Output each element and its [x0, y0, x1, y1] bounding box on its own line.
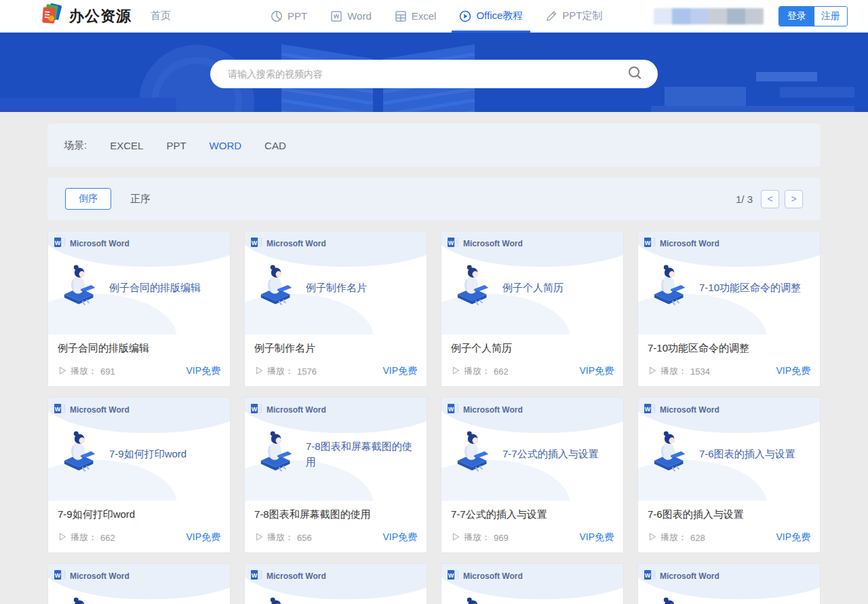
- thumbnail-badge: W Microsoft Word: [448, 569, 523, 583]
- nav-ppt-custom[interactable]: PPT定制: [534, 0, 614, 33]
- play-count: 播放：1576: [254, 365, 317, 377]
- play-count: 播放：691: [58, 365, 115, 377]
- search-input[interactable]: [228, 69, 623, 79]
- nav-ppt[interactable]: PPT: [259, 0, 319, 33]
- svg-text:W: W: [448, 406, 454, 413]
- video-card[interactable]: W Microsoft Word: [47, 397, 231, 553]
- video-card-grid: W Microsoft Word: [47, 231, 821, 604]
- thumbnail-badge-label: Microsoft Word: [267, 239, 326, 248]
- thumbnail-badge-label: Microsoft Word: [267, 571, 326, 581]
- video-card[interactable]: W Microsoft Word: [244, 397, 427, 553]
- auth-buttons: 登录 注册: [778, 6, 848, 26]
- video-thumbnail: W Microsoft Word: [638, 398, 820, 501]
- vip-free-badge: VIP免费: [382, 365, 417, 377]
- play-outline-icon: [58, 532, 67, 544]
- thumbnail-badge: W Microsoft Word: [54, 237, 130, 250]
- thumbnail-badge-label: Microsoft Word: [660, 239, 719, 248]
- login-button[interactable]: 登录: [779, 7, 814, 26]
- vip-free-badge: VIP免费: [579, 531, 614, 544]
- filter-ppt[interactable]: PPT: [166, 140, 186, 151]
- word-app-icon: W: [54, 237, 66, 250]
- word-app-icon: W: [54, 569, 66, 583]
- play-count: 播放：656: [254, 531, 312, 544]
- thumbnail-badge-label: Microsoft Word: [463, 571, 523, 581]
- word-app-icon: W: [448, 237, 459, 250]
- thumbnail-badge: W Microsoft Word: [644, 403, 719, 417]
- video-card[interactable]: W Microsoft Word: [441, 397, 624, 553]
- thumbnail-badge-label: Microsoft Word: [463, 405, 523, 415]
- filter-label: 场景:: [64, 139, 87, 152]
- blurred-region: [654, 8, 764, 24]
- thumbnail-badge: W Microsoft Word: [54, 403, 130, 417]
- play-outline-icon: [254, 366, 264, 377]
- video-thumbnail: W Microsoft Word: [245, 564, 427, 604]
- filter-excel[interactable]: EXCEL: [110, 140, 143, 151]
- video-thumbnail: W Microsoft Word: [441, 231, 623, 335]
- pagination: 1/ 3 < >: [736, 190, 803, 208]
- nav-home[interactable]: 首页: [151, 10, 171, 22]
- person-laptop-illustration: [650, 597, 692, 604]
- play-outline-icon: [648, 366, 657, 377]
- person-laptop-illustration: [257, 430, 299, 478]
- thumbnail-title: 例子个人简历: [502, 280, 564, 295]
- thumbnail-title: 7-7公式的插入与设置: [502, 446, 599, 461]
- sort-ascending-button[interactable]: 正序: [130, 193, 151, 206]
- video-card[interactable]: W Microsoft Word: [47, 563, 231, 604]
- video-card[interactable]: W Microsoft Word: [47, 231, 231, 387]
- thumbnail-title: 7-9如何打印word: [109, 446, 186, 461]
- play-circle-icon: [459, 10, 471, 22]
- video-card[interactable]: W Microsoft Word: [441, 563, 624, 604]
- word-app-icon: W: [251, 403, 262, 417]
- video-title: 例子个人简历: [451, 342, 614, 355]
- video-thumbnail: W Microsoft Word: [48, 564, 230, 604]
- video-card[interactable]: W Microsoft Word: [244, 231, 427, 387]
- person-laptop-illustration: [257, 264, 299, 312]
- vip-free-badge: VIP免费: [186, 365, 220, 377]
- thumbnail-badge: W Microsoft Word: [448, 403, 523, 417]
- video-card[interactable]: W Microsoft Word: [637, 397, 821, 553]
- vip-free-badge: VIP免费: [776, 365, 810, 377]
- nav-word[interactable]: Word: [319, 0, 383, 33]
- next-page-button[interactable]: >: [785, 190, 803, 208]
- video-thumbnail: W Microsoft Word: [638, 564, 820, 604]
- register-button[interactable]: 注册: [814, 7, 847, 26]
- thumbnail-title: 例子合同的排版编辑: [109, 280, 201, 295]
- video-title: 例子合同的排版编辑: [58, 342, 220, 355]
- svg-text:W: W: [55, 572, 61, 579]
- nav-excel[interactable]: Excel: [383, 0, 448, 33]
- video-card[interactable]: W Microsoft Word: [637, 231, 821, 387]
- nav-office-tutorials[interactable]: Office教程: [448, 0, 534, 33]
- thumbnail-title: 例子制作名片: [306, 280, 367, 295]
- play-count: 播放：628: [648, 531, 705, 544]
- video-card[interactable]: W Microsoft Word: [244, 563, 427, 604]
- hero-banner: [0, 33, 868, 112]
- page-indicator: 1/ 3: [736, 193, 753, 205]
- thumbnail-badge-label: Microsoft Word: [267, 405, 326, 415]
- logo-icon: [41, 3, 65, 29]
- filter-word[interactable]: WORD: [210, 140, 242, 151]
- prev-page-button[interactable]: <: [761, 190, 779, 208]
- play-count: 播放：662: [451, 365, 509, 377]
- thumbnail-badge-label: Microsoft Word: [660, 571, 719, 581]
- person-laptop-illustration: [60, 430, 102, 478]
- word-app-icon: W: [644, 569, 656, 583]
- video-thumbnail: W Microsoft Word: [638, 231, 820, 335]
- filter-cad[interactable]: CAD: [264, 140, 286, 151]
- thumbnail-badge-label: Microsoft Word: [660, 405, 719, 415]
- thumbnail-badge: W Microsoft Word: [251, 569, 326, 583]
- video-title: 7-8图表和屏幕截图的使用: [254, 508, 417, 521]
- video-card[interactable]: W Microsoft Word: [441, 231, 624, 387]
- word-app-icon: W: [251, 237, 262, 250]
- svg-text:W: W: [645, 406, 651, 413]
- word-app-icon: W: [448, 569, 459, 583]
- vip-free-badge: VIP免费: [186, 531, 220, 544]
- thumbnail-badge: W Microsoft Word: [251, 237, 326, 250]
- person-laptop-illustration: [454, 430, 496, 478]
- site-logo[interactable]: 办公资源: [41, 3, 132, 29]
- sort-descending-button[interactable]: 倒序: [65, 188, 111, 210]
- video-card[interactable]: W Microsoft Word: [637, 563, 821, 604]
- video-title: 例子制作名片: [254, 342, 417, 355]
- search-button[interactable]: [623, 65, 658, 83]
- word-app-icon: W: [644, 237, 656, 250]
- thumbnail-badge: W Microsoft Word: [644, 237, 719, 250]
